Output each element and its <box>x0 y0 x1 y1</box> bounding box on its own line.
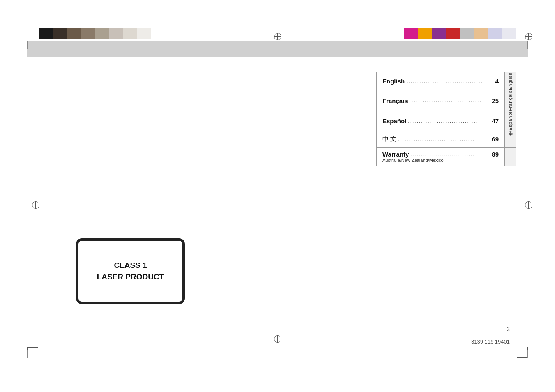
side-mark-right-bottom <box>527 350 528 358</box>
toc-francais-side: Français <box>505 90 516 111</box>
toc-warranty-sub: Australia/New Zealand/Mexico <box>382 158 444 163</box>
toc-francais-page: 25 <box>492 97 499 104</box>
laser-product-box: CLASS 1 LASER PRODUCT <box>76 238 185 304</box>
swatch-4 <box>81 28 95 39</box>
swatch-7 <box>123 28 137 39</box>
laser-line2: LASER PRODUCT <box>97 271 164 283</box>
swatch-r2 <box>418 28 432 39</box>
corner-mark-tl <box>27 347 38 358</box>
swatch-r5 <box>460 28 474 39</box>
toc-english-main: English ................................… <box>377 72 505 90</box>
toc-container: English ................................… <box>376 72 516 166</box>
crosshair-top-right <box>525 33 532 40</box>
corner-mark-br <box>517 347 528 358</box>
toc-english-page: 4 <box>495 78 499 85</box>
toc-row-espanol: Español ................................… <box>376 111 516 131</box>
crosshair-right-mid <box>525 201 532 209</box>
crosshair-bottom <box>274 335 281 343</box>
swatch-2 <box>53 28 67 39</box>
swatch-r1 <box>404 28 418 39</box>
swatch-r3 <box>432 28 446 39</box>
part-number: 3139 116 19401 <box>471 339 510 345</box>
toc-english-side: English <box>505 72 516 90</box>
swatch-5 <box>95 28 109 39</box>
toc-row-francais: Français ...............................… <box>376 90 516 111</box>
color-bar-right <box>404 28 516 39</box>
swatch-8 <box>137 28 151 39</box>
color-bar-left <box>39 28 151 39</box>
crosshair-left-mid <box>32 201 39 209</box>
toc-espanol-page: 47 <box>492 118 499 125</box>
laser-text: CLASS 1 LASER PRODUCT <box>97 260 164 283</box>
crosshair-top <box>274 33 281 40</box>
swatch-3 <box>67 28 81 39</box>
swatch-r8 <box>502 28 516 39</box>
swatch-6 <box>109 28 123 39</box>
side-mark-left-top <box>27 41 28 49</box>
toc-row-warranty: Warranty ...............................… <box>376 147 516 166</box>
toc-chinese-side: 中文 <box>505 131 516 147</box>
toc-chinese-page: 69 <box>492 136 499 143</box>
toc-espanol-main: Español ................................… <box>377 111 505 131</box>
swatch-r7 <box>488 28 502 39</box>
laser-line1: CLASS 1 <box>97 260 164 272</box>
toc-warranty-main: Warranty ...............................… <box>377 148 505 166</box>
gray-band <box>27 41 528 57</box>
side-mark-right-top <box>527 41 528 49</box>
toc-row-english: English ................................… <box>376 72 516 90</box>
toc-chinese-label: 中 文 <box>382 135 396 143</box>
toc-warranty-side <box>505 148 516 166</box>
swatch-r6 <box>474 28 488 39</box>
toc-row-chinese: 中 文 ................................... … <box>376 131 516 147</box>
toc-warranty-label: Warranty <box>382 151 409 158</box>
toc-espanol-side: Español <box>505 111 516 131</box>
toc-francais-label: Français <box>382 97 408 104</box>
swatch-1 <box>39 28 53 39</box>
toc-chinese-main: 中 文 ................................... … <box>377 131 505 147</box>
side-mark-left-bottom <box>27 350 28 358</box>
page-number: 3 <box>507 326 510 332</box>
swatch-r4 <box>446 28 460 39</box>
toc-warranty-page: 89 <box>492 151 499 158</box>
toc-espanol-label: Español <box>382 118 406 125</box>
toc-francais-main: Français ...............................… <box>377 90 505 111</box>
toc-english-label: English <box>382 78 405 85</box>
